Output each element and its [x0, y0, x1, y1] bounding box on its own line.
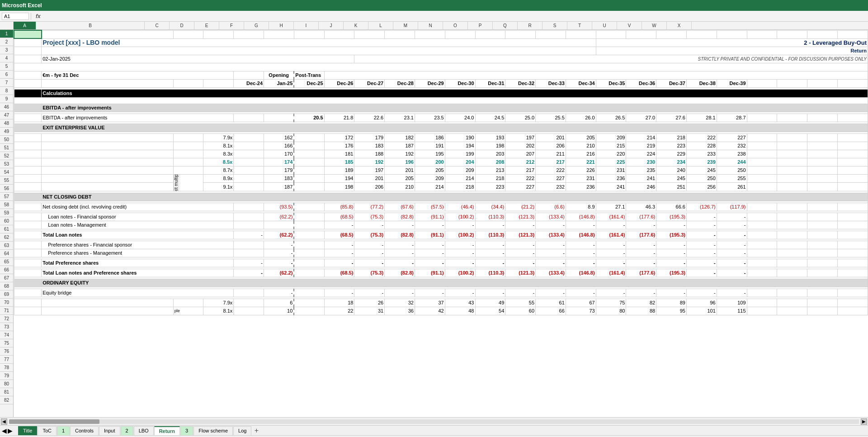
- row-8[interactable]: 8: [0, 87, 13, 95]
- row-65[interactable]: 65: [0, 258, 13, 266]
- row-57[interactable]: 57: [0, 193, 13, 201]
- col-header-S[interactable]: S: [542, 22, 567, 29]
- row-7[interactable]: 7: [0, 79, 13, 87]
- col-header-C[interactable]: C: [145, 22, 170, 29]
- cell-A1[interactable]: [14, 30, 42, 38]
- cell-T54-228: 228: [686, 142, 717, 150]
- row-64[interactable]: 64: [0, 250, 13, 258]
- row-63[interactable]: 63: [0, 242, 13, 250]
- col-header-F[interactable]: F: [219, 22, 244, 29]
- row-66[interactable]: 66: [0, 266, 13, 274]
- tab-title[interactable]: Title: [18, 426, 37, 435]
- tab-scroll-left[interactable]: ◀: [2, 427, 7, 434]
- row-5[interactable]: 5: [0, 62, 13, 71]
- col-header-O[interactable]: O: [443, 22, 468, 29]
- col-header-J[interactable]: J: [319, 22, 344, 29]
- row-75[interactable]: 75: [0, 339, 13, 347]
- tab-2[interactable]: 2: [121, 426, 133, 435]
- row-79[interactable]: 79: [0, 372, 13, 380]
- col-header-V[interactable]: V: [617, 22, 642, 29]
- tab-lbo[interactable]: LBO: [134, 426, 154, 435]
- col-header-G[interactable]: G: [244, 22, 269, 29]
- tab-log[interactable]: Log: [233, 426, 251, 435]
- tab-input[interactable]: Input: [99, 426, 120, 435]
- row-53[interactable]: 53: [0, 160, 13, 168]
- row-2[interactable]: 2: [0, 38, 13, 46]
- col-header-W[interactable]: W: [642, 22, 667, 29]
- tab-toc[interactable]: ToC: [38, 426, 57, 435]
- row-51[interactable]: 51: [0, 144, 13, 152]
- row-6[interactable]: 6: [0, 71, 13, 79]
- col-header-N[interactable]: N: [418, 22, 443, 29]
- row-73[interactable]: 73: [0, 323, 13, 331]
- col-header-H[interactable]: H: [269, 22, 294, 29]
- row-67[interactable]: 67: [0, 274, 13, 282]
- col-header-U[interactable]: U: [592, 22, 617, 29]
- row-56[interactable]: 56: [0, 185, 13, 193]
- h-scrollbar-thumb[interactable]: [9, 419, 99, 424]
- row-9[interactable]: 9: [0, 95, 13, 103]
- row-81[interactable]: 81: [0, 388, 13, 396]
- row-80[interactable]: 80: [0, 380, 13, 388]
- row-60[interactable]: 60: [0, 217, 13, 225]
- col-header-R[interactable]: R: [518, 22, 542, 29]
- cell-W82: [777, 307, 807, 315]
- col-header-D[interactable]: D: [170, 22, 194, 29]
- tab-scroll-right[interactable]: ▶: [8, 427, 13, 434]
- row-72[interactable]: 72: [0, 315, 13, 323]
- row-47[interactable]: 47: [0, 111, 13, 119]
- h-scrollbar-track[interactable]: [9, 419, 859, 424]
- cell-T53-222: 222: [686, 133, 717, 142]
- scroll-left-btn[interactable]: ◀: [1, 418, 7, 425]
- tab-1[interactable]: 1: [57, 426, 70, 435]
- cell-S82-95: 95: [656, 307, 687, 315]
- row-82[interactable]: 82: [0, 396, 13, 404]
- row-55[interactable]: 55: [0, 176, 13, 185]
- col-header-I[interactable]: I: [294, 22, 319, 29]
- row-76[interactable]: 76: [0, 347, 13, 356]
- col-header-E[interactable]: E: [194, 22, 219, 29]
- tab-return[interactable]: Return: [154, 426, 180, 435]
- row-46[interactable]: 46: [0, 103, 13, 111]
- col-header-B[interactable]: B: [36, 22, 145, 29]
- row-70[interactable]: 70: [0, 299, 13, 307]
- row-77[interactable]: 77: [0, 356, 13, 364]
- tab-flow-scheme[interactable]: Flow scheme: [193, 426, 233, 435]
- cell-reference-box[interactable]: [2, 13, 29, 20]
- cell-Y68: [837, 231, 868, 239]
- row-59[interactable]: 59: [0, 209, 13, 217]
- row-71[interactable]: 71: [0, 307, 13, 315]
- row-54[interactable]: 54: [0, 168, 13, 176]
- row-49[interactable]: 49: [0, 128, 13, 136]
- tab-3[interactable]: 3: [180, 426, 193, 435]
- col-header-X[interactable]: X: [667, 22, 692, 29]
- row-1[interactable]: 1: [0, 30, 13, 38]
- row-69[interactable]: 69: [0, 290, 13, 299]
- col-header-L[interactable]: L: [368, 22, 393, 29]
- row-74[interactable]: 74: [0, 331, 13, 339]
- scroll-right-btn[interactable]: ▶: [861, 418, 867, 425]
- cell-B3: [42, 47, 596, 55]
- row-48[interactable]: 48: [0, 119, 13, 128]
- add-sheet-button[interactable]: +: [252, 426, 261, 435]
- row-4[interactable]: 4: [0, 54, 13, 62]
- col-header-Q[interactable]: Q: [493, 22, 518, 29]
- row-78[interactable]: 78: [0, 364, 13, 372]
- row-68[interactable]: 68: [0, 282, 13, 290]
- row-50[interactable]: 50: [0, 136, 13, 144]
- h-scrollbar[interactable]: ◀ ▶: [0, 417, 868, 425]
- col-header-A[interactable]: A: [14, 22, 36, 29]
- cell-P71: -: [566, 249, 596, 257]
- row-52[interactable]: 52: [0, 152, 13, 160]
- col-header-P[interactable]: P: [468, 22, 493, 29]
- col-header-T[interactable]: T: [567, 22, 592, 29]
- row-3[interactable]: 3: [0, 46, 13, 54]
- row-58[interactable]: 58: [0, 201, 13, 209]
- tab-controls[interactable]: Controls: [70, 426, 99, 435]
- cell-S66: -: [656, 221, 687, 229]
- row-61[interactable]: 61: [0, 225, 13, 233]
- col-header-K[interactable]: K: [344, 22, 368, 29]
- formula-input[interactable]: [45, 14, 866, 19]
- row-62[interactable]: 62: [0, 233, 13, 242]
- col-header-M[interactable]: M: [393, 22, 418, 29]
